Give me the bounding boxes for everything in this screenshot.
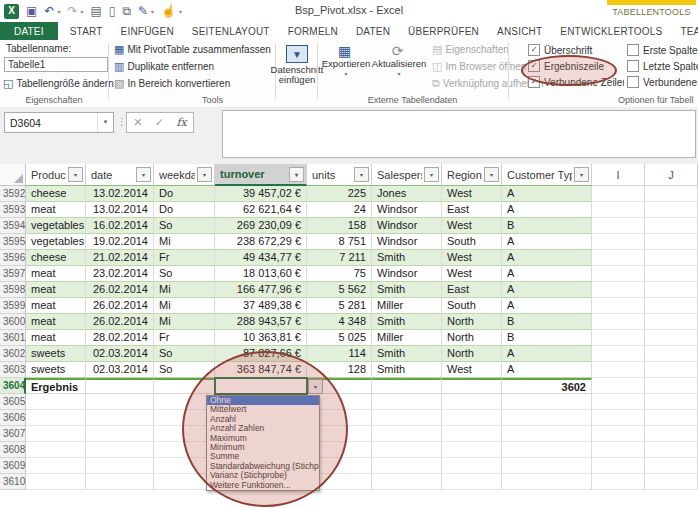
formula-input[interactable] <box>222 110 696 158</box>
cell[interactable]: vegetables <box>26 234 86 250</box>
tab-ansicht[interactable]: ANSICHT <box>491 22 548 40</box>
cell[interactable]: A <box>502 362 592 378</box>
cell-empty[interactable] <box>442 394 502 410</box>
cell[interactable]: 28.02.2014 <box>86 330 154 346</box>
cell-empty[interactable] <box>502 426 592 442</box>
cell[interactable]: 114 <box>307 346 372 362</box>
cell[interactable]: 4 348 <box>307 314 372 330</box>
cell[interactable]: vegetables <box>26 218 86 234</box>
insert-slicer-button[interactable]: ▼ Datenschnitt einfügen <box>278 45 316 85</box>
cell-empty[interactable] <box>592 346 645 362</box>
checkbox-first-column[interactable]: Erste Spalte <box>627 44 698 56</box>
row-header[interactable]: 3595 <box>0 234 26 250</box>
cell[interactable]: A <box>502 234 592 250</box>
cell[interactable]: Smith <box>372 346 442 362</box>
row-header-active[interactable]: 3604 <box>0 378 26 394</box>
cell-empty[interactable] <box>592 314 645 330</box>
cell[interactable]: Windsor <box>372 266 442 282</box>
refresh-button[interactable]: ⟳ Aktualisieren ▾ <box>372 43 426 77</box>
header-product[interactable]: Product▾ <box>26 164 86 186</box>
cell[interactable]: Miller <box>372 330 442 346</box>
row-header[interactable]: 3594 <box>0 218 26 234</box>
cell[interactable]: meat <box>26 314 86 330</box>
cell[interactable]: 39 457,02 € <box>215 186 307 202</box>
tab-überprüfen[interactable]: ÜBERPRÜFEN <box>402 22 485 40</box>
cell-empty[interactable] <box>645 442 698 458</box>
cell-empty[interactable] <box>442 426 502 442</box>
row-header[interactable]: 3592 <box>0 186 26 202</box>
cell-empty[interactable] <box>645 474 698 490</box>
cell-empty[interactable] <box>592 442 645 458</box>
insert-function-icon[interactable]: fx <box>176 116 186 129</box>
cell-empty[interactable] <box>645 346 698 362</box>
cell[interactable]: Mi <box>154 298 215 314</box>
tab-start[interactable]: START <box>64 22 109 40</box>
cell-empty[interactable] <box>372 426 442 442</box>
cell-empty[interactable] <box>502 410 592 426</box>
cell[interactable]: West <box>442 218 502 234</box>
cell[interactable]: 19.02.2014 <box>86 234 154 250</box>
cell[interactable] <box>442 378 502 394</box>
cell[interactable]: West <box>442 266 502 282</box>
row-header[interactable]: 3608 <box>0 442 26 458</box>
cell-empty[interactable] <box>592 250 645 266</box>
cell[interactable]: South <box>442 234 502 250</box>
cell[interactable]: 37 489,38 € <box>215 298 307 314</box>
cell[interactable]: 49 434,77 € <box>215 250 307 266</box>
cell-empty[interactable] <box>645 458 698 474</box>
cell[interactable]: So <box>154 266 215 282</box>
cell-empty[interactable] <box>645 234 698 250</box>
cell-empty[interactable] <box>592 394 645 410</box>
cell[interactable]: Windsor <box>372 218 442 234</box>
row-header[interactable]: 3606 <box>0 410 26 426</box>
row-header[interactable]: 3597 <box>0 266 26 282</box>
resize-table-button[interactable]: ◱ Tabellengröße ändern <box>3 77 114 90</box>
cell-empty[interactable] <box>26 442 86 458</box>
cell[interactable]: sweets <box>26 362 86 378</box>
cell[interactable]: 23.02.2014 <box>86 266 154 282</box>
cell[interactable]: 02.03.2014 <box>86 346 154 362</box>
cell[interactable]: Smith <box>372 250 442 266</box>
cell[interactable]: meat <box>26 330 86 346</box>
name-box-caret-icon[interactable]: ▼ <box>97 113 113 132</box>
cell[interactable]: Windsor <box>372 234 442 250</box>
cell-empty[interactable] <box>86 426 154 442</box>
row-header[interactable]: 3599 <box>0 298 26 314</box>
row-header[interactable]: 3600 <box>0 314 26 330</box>
table-name-input[interactable] <box>4 57 108 72</box>
row-header[interactable]: 3607 <box>0 426 26 442</box>
cell[interactable]: 288 943,57 € <box>215 314 307 330</box>
export-button[interactable]: ▦ Exportieren ▾ <box>322 43 370 77</box>
cell[interactable]: cheese <box>26 250 86 266</box>
row-header[interactable]: 3601 <box>0 330 26 346</box>
filter-button-icon[interactable]: ▾ <box>197 167 212 182</box>
cell-empty[interactable] <box>372 410 442 426</box>
cell[interactable]: Fr <box>154 250 215 266</box>
cell-empty[interactable] <box>592 282 645 298</box>
cell[interactable]: Do <box>154 202 215 218</box>
filter-button-icon[interactable]: ▾ <box>424 167 439 182</box>
row-header[interactable]: 3605 <box>0 394 26 410</box>
cancel-icon[interactable]: ✕ <box>133 116 142 129</box>
cell[interactable]: 7 211 <box>307 250 372 266</box>
cell[interactable]: 26.02.2014 <box>86 298 154 314</box>
cell-empty[interactable] <box>592 362 645 378</box>
cell[interactable]: North <box>442 330 502 346</box>
cell[interactable]: B <box>502 314 592 330</box>
cell[interactable]: 5 281 <box>307 298 372 314</box>
cell-empty[interactable] <box>645 410 698 426</box>
cell[interactable]: 238 672,29 € <box>215 234 307 250</box>
cell[interactable]: Smith <box>372 362 442 378</box>
cell-empty[interactable] <box>592 202 645 218</box>
select-all-corner[interactable] <box>0 164 26 186</box>
cell-empty[interactable] <box>592 458 645 474</box>
cell-empty[interactable] <box>645 362 698 378</box>
cell[interactable]: 158 <box>307 218 372 234</box>
header-units[interactable]: units▾ <box>307 164 372 186</box>
filter-button-icon[interactable]: ▾ <box>484 167 499 182</box>
summarize-with-pivottable-button[interactable]: ▦ Mit PivotTable zusammenfassen <box>114 43 271 56</box>
cell[interactable]: Mi <box>154 314 215 330</box>
cell[interactable]: 21.02.2014 <box>86 250 154 266</box>
cell[interactable]: A <box>502 202 592 218</box>
cell[interactable]: A <box>502 250 592 266</box>
